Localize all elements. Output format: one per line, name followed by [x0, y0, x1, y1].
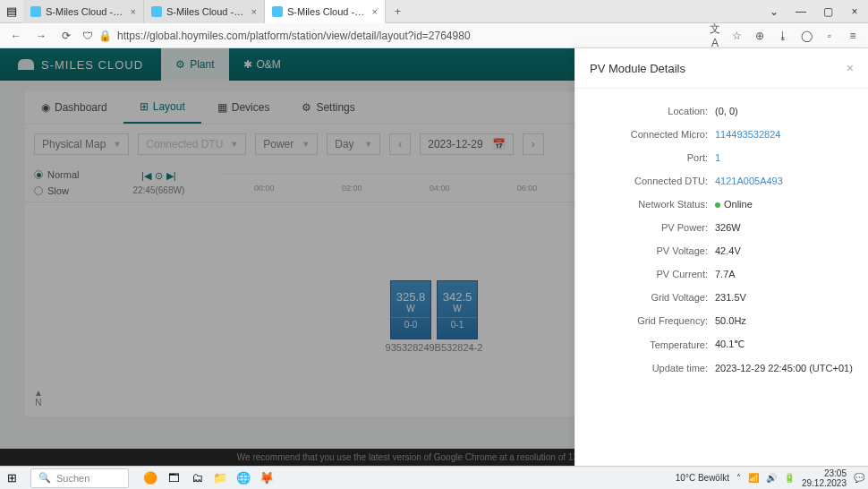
address-bar: ← → ⟳ 🛡 🔒 https://global.hoymiles.com/pl…	[0, 23, 868, 48]
dtu-link[interactable]: 4121A005A493	[715, 176, 783, 186]
download-icon[interactable]: ⭳	[775, 30, 791, 42]
temp-value: 40.1℃	[715, 339, 745, 350]
account-icon[interactable]: ◯	[798, 30, 814, 42]
taskbar-edge[interactable]: 🌐	[233, 468, 254, 489]
extensions-icon[interactable]: ▫	[821, 30, 838, 42]
bookmark-icon[interactable]: ☆	[728, 30, 745, 42]
brand-logo[interactable]: S-MILES CLOUD	[0, 58, 161, 72]
metric-select[interactable]: Power▼	[255, 133, 318, 155]
browser-chrome: ▤ S-Miles Cloud - Hoymiles Pow…× S-Miles…	[0, 0, 868, 48]
url-field[interactable]: 🛡 🔒 https://global.hoymiles.com/platform…	[82, 21, 745, 49]
cloud-icon	[30, 6, 41, 17]
tab-settings[interactable]: ⚙Settings	[285, 91, 370, 124]
app-container: S-MILES CLOUD ⚙Plant ✱O&M ◉Dashboard ⊞La…	[0, 48, 868, 466]
skip-fwd-button[interactable]: ▶|	[166, 170, 176, 182]
update-value: 2023-12-29 22:45:00 (UTC+01)	[715, 363, 853, 373]
browser-tab-1[interactable]: S-Miles Cloud - Hoymiles Pow…×	[23, 0, 144, 23]
lock-icon: 🔒	[98, 30, 112, 42]
tray-sound-icon[interactable]: 🔊	[766, 473, 777, 483]
current-value: 7.7A	[715, 269, 736, 279]
status-value: Online	[715, 199, 753, 210]
gridv-value: 231.5V	[715, 292, 746, 303]
panel-title: PV Module Details	[590, 62, 685, 75]
close-button[interactable]: ×	[841, 0, 868, 23]
dtu-select[interactable]: Connected DTU▼	[138, 133, 246, 155]
new-tab-button[interactable]: +	[386, 5, 410, 18]
calendar-icon: 📅	[492, 138, 506, 150]
translate-icon[interactable]: 文A	[707, 21, 723, 49]
gridf-label: Grid Frequency:	[590, 315, 715, 326]
gridv-label: Grid Voltage:	[590, 292, 715, 303]
status-dot-icon	[715, 202, 720, 208]
back-button[interactable]: ←	[7, 30, 25, 42]
maximize-button[interactable]: ▢	[814, 0, 841, 23]
notifications-icon[interactable]: 💬	[854, 473, 864, 483]
details-panel: PV Module Details × Location:(0, 0) Conn…	[574, 48, 868, 466]
power-value: 326W	[715, 222, 741, 233]
browser-tab-3[interactable]: S-Miles Cloud - Hoymiles Pow…×	[265, 0, 386, 23]
update-label: Update time:	[590, 363, 715, 373]
voltage-label: PV Voltage:	[590, 245, 715, 256]
close-icon[interactable]: ×	[372, 6, 378, 17]
prev-date-button[interactable]: ‹	[389, 133, 411, 155]
date-picker[interactable]: 2023-12-29📅	[420, 133, 513, 155]
tab-devices[interactable]: ▦Devices	[201, 91, 286, 124]
port-label: Port:	[590, 152, 715, 163]
speed-slow-radio[interactable]: Slow	[34, 185, 79, 196]
forward-button[interactable]: →	[32, 30, 50, 42]
gridf-value: 50.0Hz	[715, 315, 746, 326]
speed-normal-radio[interactable]: Normal	[34, 169, 79, 180]
taskbar-clock[interactable]: 23:05 29.12.2023	[802, 468, 847, 488]
close-icon[interactable]: ×	[131, 6, 136, 17]
play-button[interactable]: ⊙	[155, 170, 163, 182]
close-icon[interactable]: ×	[251, 6, 257, 17]
tray-chevron-icon[interactable]: ˄	[736, 473, 741, 483]
sidebar-toggle[interactable]: ▤	[0, 0, 23, 23]
panel-close-button[interactable]: ×	[847, 61, 854, 75]
taskbar-app-4[interactable]: 📁	[209, 468, 231, 489]
taskbar-app-3[interactable]: 🗂	[186, 468, 208, 489]
module-serial: 935328249B532824-2	[386, 342, 483, 353]
period-select[interactable]: Day▼	[327, 133, 380, 155]
port-link[interactable]: 1	[715, 152, 720, 163]
taskbar-search[interactable]: 🔍Suchen	[30, 468, 129, 488]
reload-button[interactable]: ⟳	[57, 30, 75, 42]
location-label: Location:	[590, 106, 715, 116]
voltage-value: 42.4V	[715, 245, 741, 256]
pv-module-1[interactable]: 342.5 W 0-1	[437, 280, 478, 339]
tab-dashboard[interactable]: ◉Dashboard	[25, 91, 123, 124]
playback-time: 22:45(668W)	[132, 185, 184, 195]
taskbar-firefox[interactable]: 🦊	[256, 468, 277, 489]
save-icon[interactable]: ⊕	[752, 30, 768, 42]
gauge-icon: ◉	[41, 101, 50, 114]
chevron-down-icon[interactable]: ⌄	[761, 0, 787, 23]
cloud-icon	[151, 6, 162, 17]
tab-bar: ▤ S-Miles Cloud - Hoymiles Pow…× S-Miles…	[0, 0, 868, 23]
minimize-button[interactable]: —	[787, 0, 814, 23]
taskbar-app-1[interactable]: 🟠	[140, 468, 161, 489]
tray-battery-icon[interactable]: 🔋	[784, 473, 795, 483]
micro-link[interactable]: 114493532824	[715, 129, 780, 140]
search-icon: 🔍	[38, 472, 51, 484]
location-value: (0, 0)	[715, 106, 738, 116]
taskbar-app-2[interactable]: 🗔	[163, 468, 184, 489]
status-label: Network Status:	[590, 199, 715, 210]
weather-widget[interactable]: 10°C Bewölkt	[676, 473, 729, 483]
nav-om[interactable]: ✱O&M	[229, 48, 295, 81]
menu-icon[interactable]: ≡	[845, 30, 861, 42]
chevron-down-icon: ▼	[302, 140, 310, 149]
cloud-icon	[272, 6, 283, 17]
pv-module-0[interactable]: 325.8 W 0-0	[390, 280, 431, 339]
nav-plant[interactable]: ⚙Plant	[161, 48, 228, 81]
windows-taskbar: ⊞ 🔍Suchen 🟠 🗔 🗂 📁 🌐 🦊 10°C Bewölkt ˄ 📶 🔊…	[0, 466, 868, 489]
start-button[interactable]: ⊞	[0, 467, 23, 490]
tray-wifi-icon[interactable]: 📶	[748, 473, 759, 483]
map-type-select[interactable]: Physical Map▼	[34, 133, 129, 155]
tab-layout[interactable]: ⊞Layout	[123, 91, 201, 124]
browser-tab-2[interactable]: S-Miles Cloud - Hoymiles Pow…×	[144, 0, 265, 23]
next-date-button[interactable]: ›	[523, 133, 544, 155]
temp-label: Temperature:	[590, 339, 715, 350]
skip-back-button[interactable]: |◀	[141, 170, 151, 182]
dtu-label: Connected DTU:	[590, 176, 715, 186]
compass-icon: ▲N	[34, 388, 43, 408]
